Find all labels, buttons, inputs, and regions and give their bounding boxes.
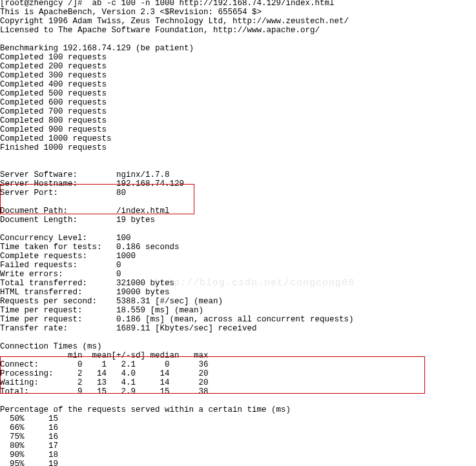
server-software-line: Server Software: nginx/1.7.8 xyxy=(0,170,170,179)
progress-line: Completed 700 requests xyxy=(0,107,107,116)
document-length-line: Document Length: 19 bytes xyxy=(0,216,155,225)
progress-line: Completed 200 requests xyxy=(0,62,107,71)
transfer-rate-line: Transfer rate: 1689.11 [Kbytes/sec] rece… xyxy=(0,324,257,333)
percentage-header: Percentage of the requests served within… xyxy=(0,405,291,414)
failed-requests-line: Failed requests: 0 xyxy=(0,261,121,270)
html-transferred-line: HTML transferred: 19000 bytes xyxy=(0,288,170,297)
concurrency-line: Concurrency Level: 100 xyxy=(0,234,131,243)
prompt-line: [root@zhengcy /]# ab -c 100 -n 1000 http… xyxy=(0,0,335,8)
progress-line: Completed 500 requests xyxy=(0,89,107,98)
highlight-box-server-info xyxy=(0,184,194,214)
requests-per-second-line: Requests per second: 5388.31 [#/sec] (me… xyxy=(0,297,223,306)
complete-requests-line: Complete requests: 1000 xyxy=(0,252,136,261)
percentile-row: 50% 15 xyxy=(0,414,58,423)
progress-line: Completed 400 requests xyxy=(0,80,107,89)
finished-line: Finished 1000 requests xyxy=(0,143,107,152)
copyright-line: Copyright 1996 Adam Twiss, Zeus Technolo… xyxy=(0,17,349,26)
percentile-row: 95% 19 xyxy=(0,460,58,466)
progress-line: Completed 1000 requests xyxy=(0,134,112,143)
write-errors-line: Write errors: 0 xyxy=(0,270,121,279)
total-transferred-line: Total transferred: 321000 bytes xyxy=(0,279,174,288)
percentile-row: 66% 16 xyxy=(0,423,58,432)
progress-line: Completed 100 requests xyxy=(0,53,107,62)
progress-line: Completed 600 requests xyxy=(0,98,107,107)
percentile-row: 90% 18 xyxy=(0,451,58,460)
time-per-request-concurrent-line: Time per request: 0.186 [ms] (mean, acro… xyxy=(0,315,354,324)
terminal-output: [root@zhengcy /]# ab -c 100 -n 1000 http… xyxy=(0,0,354,466)
connection-times-header: Connection Times (ms) xyxy=(0,342,102,351)
percentile-row: 80% 17 xyxy=(0,441,58,451)
time-per-request-line: Time per request: 18.559 [ms] (mean) xyxy=(0,306,203,315)
benchmarking-line: Benchmarking 192.168.74.129 (be patient) xyxy=(0,44,194,53)
version-line: This is ApacheBench, Version 2.3 <$Revis… xyxy=(0,8,262,17)
progress-line: Completed 900 requests xyxy=(0,125,107,134)
progress-line: Completed 300 requests xyxy=(0,71,107,80)
percentile-row: 75% 16 xyxy=(0,432,58,441)
time-taken-line: Time taken for tests: 0.186 seconds xyxy=(0,243,180,252)
highlight-box-performance xyxy=(0,356,425,394)
license-line: Licensed to The Apache Software Foundati… xyxy=(0,26,320,35)
progress-line: Completed 800 requests xyxy=(0,116,107,125)
